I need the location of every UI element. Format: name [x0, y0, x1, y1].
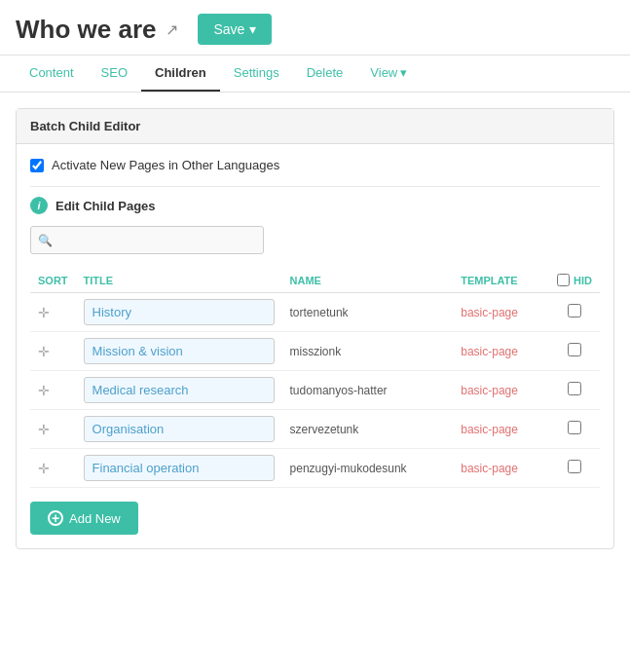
search-wrapper: 🔍 — [30, 226, 264, 254]
tab-view[interactable]: View ▾ — [356, 56, 421, 92]
hidden-cell — [549, 371, 600, 410]
info-icon: i — [30, 197, 48, 214]
activate-languages-label: Activate New Pages in Other Languages — [52, 158, 279, 172]
card-header: Batch Child Editor — [17, 109, 613, 144]
view-chevron-icon: ▾ — [400, 65, 407, 80]
name-cell: penzugyi-mukodesunk — [282, 449, 454, 488]
hidden-cell — [549, 410, 600, 449]
save-button[interactable]: Save ▾ — [198, 14, 272, 45]
table-header-row: Sort Title Name Template — [30, 268, 600, 293]
title-cell — [76, 371, 282, 410]
activate-languages-row: Activate New Pages in Other Languages — [30, 158, 600, 187]
page-name: penzugyi-mukodesunk — [290, 462, 407, 475]
title-cell — [76, 332, 282, 371]
drag-handle-icon[interactable]: ✛ — [38, 344, 50, 359]
plus-icon: + — [48, 510, 63, 526]
col-header-hidden: Hid — [549, 268, 600, 293]
search-icon: 🔍 — [38, 234, 53, 247]
drag-cell: ✛ — [30, 371, 76, 410]
page-name: misszionk — [290, 345, 342, 358]
template-name: basic-page — [461, 462, 518, 475]
drag-handle-icon[interactable]: ✛ — [38, 383, 50, 398]
tab-settings[interactable]: Settings — [220, 56, 293, 92]
external-link-icon[interactable]: ↗ — [166, 20, 178, 39]
tab-seo[interactable]: SEO — [88, 56, 141, 92]
template-name: basic-page — [461, 345, 518, 358]
nav-tabs: Content SEO Children Settings Delete Vie… — [0, 56, 630, 93]
page-header: Who we are ↗ Save ▾ — [0, 0, 630, 56]
child-pages-table: Sort Title Name Template — [30, 268, 600, 488]
search-container: 🔍 — [30, 226, 600, 254]
template-name: basic-page — [461, 306, 518, 319]
table-row: ✛ misszionk basic-page — [30, 332, 600, 371]
hidden-cell — [549, 293, 600, 332]
name-cell: misszionk — [282, 332, 454, 371]
tab-delete[interactable]: Delete — [293, 56, 357, 92]
title-input[interactable] — [84, 455, 275, 481]
title-input[interactable] — [84, 416, 275, 442]
hidden-checkbox[interactable] — [568, 382, 581, 395]
add-new-button[interactable]: + Add New — [30, 502, 138, 535]
edit-child-pages-header: i Edit Child Pages — [30, 197, 600, 214]
tab-content[interactable]: Content — [16, 56, 88, 92]
name-cell: tudomanyos-hatter — [282, 371, 454, 410]
title-input[interactable] — [84, 377, 275, 403]
drag-handle-icon[interactable]: ✛ — [38, 461, 50, 476]
card-body: Activate New Pages in Other Languages i … — [17, 144, 613, 548]
page-name: tortenetunk — [290, 306, 349, 319]
title-input[interactable] — [84, 299, 275, 325]
hidden-cell — [549, 332, 600, 371]
page-title: Who we are — [16, 15, 156, 45]
template-cell: basic-page — [453, 332, 549, 371]
drag-cell: ✛ — [30, 449, 76, 488]
batch-child-editor-card: Batch Child Editor Activate New Pages in… — [16, 108, 614, 549]
template-cell: basic-page — [453, 371, 549, 410]
main-content: Batch Child Editor Activate New Pages in… — [0, 93, 630, 565]
col-header-template: Template — [453, 268, 549, 293]
table-row: ✛ tudomanyos-hatter basic-page — [30, 371, 600, 410]
hidden-checkbox[interactable] — [568, 304, 581, 317]
title-cell — [76, 449, 282, 488]
drag-handle-icon[interactable]: ✛ — [38, 305, 50, 320]
title-input[interactable] — [84, 338, 275, 364]
tab-children[interactable]: Children — [141, 56, 220, 92]
page-name: tudomanyos-hatter — [290, 384, 388, 397]
hidden-checkbox[interactable] — [568, 421, 581, 434]
template-cell: basic-page — [453, 293, 549, 332]
col-header-title: Title — [76, 268, 282, 293]
drag-handle-icon[interactable]: ✛ — [38, 422, 50, 437]
name-cell: szervezetunk — [282, 410, 454, 449]
template-cell: basic-page — [453, 449, 549, 488]
template-name: basic-page — [461, 423, 518, 436]
template-cell: basic-page — [453, 410, 549, 449]
drag-cell: ✛ — [30, 332, 76, 371]
col-header-name: Name — [282, 268, 454, 293]
select-all-hidden-checkbox[interactable] — [557, 274, 570, 286]
col-header-sort: Sort — [30, 268, 76, 293]
table-row: ✛ penzugyi-mukodesunk basic-page — [30, 449, 600, 488]
table-row: ✛ tortenetunk basic-page — [30, 293, 600, 332]
hidden-checkbox[interactable] — [568, 343, 581, 356]
template-name: basic-page — [461, 384, 518, 397]
name-cell: tortenetunk — [282, 293, 454, 332]
search-input[interactable] — [30, 226, 264, 254]
drag-cell: ✛ — [30, 410, 76, 449]
hidden-cell — [549, 449, 600, 488]
title-cell — [76, 410, 282, 449]
activate-languages-checkbox[interactable] — [30, 159, 44, 172]
drag-cell: ✛ — [30, 293, 76, 332]
title-cell — [76, 293, 282, 332]
page-name: szervezetunk — [290, 423, 359, 436]
save-chevron-icon: ▾ — [249, 21, 256, 37]
hidden-checkbox[interactable] — [568, 460, 581, 473]
table-row: ✛ szervezetunk basic-page — [30, 410, 600, 449]
